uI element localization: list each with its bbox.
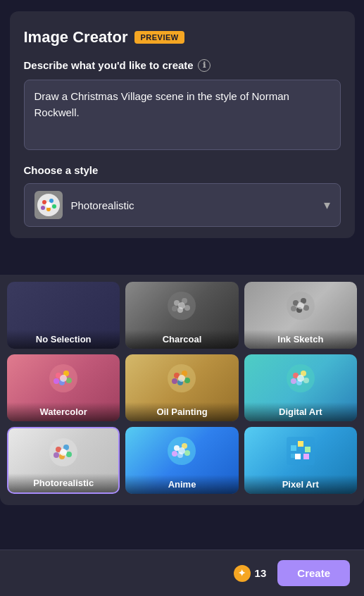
style-item-label-digital-art: Digital Art [244,402,357,421]
svg-point-34 [178,375,185,382]
style-dropdown-overlay: No Selection Charcoal [0,275,364,505]
svg-rect-59 [305,447,310,452]
app-title: Image Creator [24,28,128,46]
svg-point-13 [178,302,185,309]
style-item-charcoal[interactable]: Charcoal [125,282,238,349]
svg-point-17 [303,305,309,311]
coin-credits: ✦ 13 [234,565,267,582]
svg-point-45 [66,452,72,457]
svg-rect-58 [298,441,303,447]
svg-point-19 [291,306,296,311]
svg-point-52 [184,450,190,456]
svg-point-6 [46,202,51,208]
style-item-label-charcoal: Charcoal [125,330,238,349]
svg-point-26 [54,378,59,384]
svg-point-12 [172,306,177,311]
style-item-label-pixel-art: Pixel Art [244,475,357,494]
main-panel: Image Creator PREVIEW Describe what you'… [10,11,355,238]
svg-point-5 [41,206,45,210]
describe-text: Describe what you'd like to create [24,58,194,73]
style-item-digital-art[interactable]: Digital Art [244,354,357,421]
style-item-oil-painting[interactable]: Oil Painting [125,354,238,421]
bottom-bar: ✦ 13 Create [0,550,364,596]
prompt-input[interactable] [24,80,341,150]
create-button[interactable]: Create [277,560,350,586]
svg-point-41 [297,375,304,382]
info-icon[interactable]: ℹ [198,59,211,72]
style-item-photorealistic[interactable]: Photorealistic [7,427,120,494]
credits-count: 13 [255,567,267,579]
chevron-down-icon: ▾ [324,197,330,213]
style-item-label-oil-painting: Oil Painting [125,402,238,421]
header-row: Image Creator PREVIEW [24,28,341,46]
svg-rect-57 [291,445,296,451]
style-item-label-anime: Anime [125,475,238,494]
preview-badge: PREVIEW [134,31,184,44]
svg-rect-61 [303,454,309,459]
svg-rect-60 [295,454,301,459]
svg-point-27 [60,375,67,382]
svg-point-54 [172,451,177,457]
style-item-ink-sketch[interactable]: Ink Sketch [244,282,357,349]
style-label: Choose a style [24,164,341,176]
svg-point-31 [184,378,190,383]
style-item-label-no-selection: No Selection [7,330,120,349]
svg-point-10 [184,305,190,311]
style-item-pixel-art[interactable]: Pixel Art [244,427,357,494]
svg-point-48 [60,449,67,456]
describe-label: Describe what you'd like to create ℹ [24,58,341,73]
svg-rect-62 [291,454,295,458]
style-grid: No Selection Charcoal [7,282,357,494]
svg-point-1 [42,200,46,204]
style-dropdown-text: Photorealistic [71,199,315,211]
svg-point-38 [303,378,309,383]
style-item-watercolor[interactable]: Watercolor [7,354,120,421]
svg-point-33 [172,378,177,384]
svg-point-2 [49,199,54,203]
svg-point-20 [297,302,304,309]
style-item-no-selection[interactable]: No Selection [7,282,120,349]
style-item-label-watercolor: Watercolor [7,402,120,421]
style-dropdown[interactable]: Photorealistic ▾ [24,183,341,227]
svg-point-55 [178,447,185,454]
style-item-label-photorealistic: Photorealistic [8,473,118,492]
svg-point-40 [291,378,296,384]
style-item-anime[interactable]: Anime [125,427,238,494]
style-dropdown-icon [34,191,63,219]
svg-point-3 [52,204,56,209]
svg-point-47 [54,452,59,458]
coin-icon: ✦ [234,565,251,582]
style-item-label-ink-sketch: Ink Sketch [244,330,357,349]
svg-point-24 [66,378,72,383]
